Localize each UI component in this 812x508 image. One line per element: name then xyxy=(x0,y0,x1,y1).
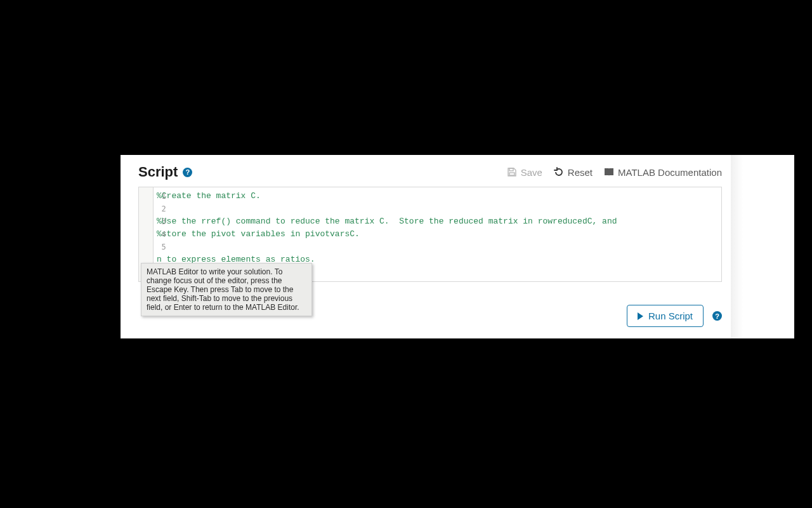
help-icon[interactable]: ? xyxy=(183,168,192,177)
panel-title: Script xyxy=(138,164,178,180)
save-icon xyxy=(507,167,517,177)
line-number: 1 xyxy=(157,190,171,203)
docs-link[interactable]: MATLAB Documentation xyxy=(604,167,722,178)
title-wrap: Script ? xyxy=(138,164,192,180)
book-icon xyxy=(604,167,614,177)
code-line[interactable]: %Create the matrix C. xyxy=(157,190,717,203)
code-line[interactable]: %Use the rref() command to reduce the ma… xyxy=(157,215,717,228)
run-bar: Run Script ? xyxy=(627,305,722,327)
play-icon xyxy=(638,312,643,320)
line-number: 5 xyxy=(157,241,171,253)
code-line[interactable]: %store the pivot variables in pivotvarsC… xyxy=(157,228,717,241)
run-script-button[interactable]: Run Script xyxy=(627,305,704,327)
line-number: 3 xyxy=(157,215,171,228)
reset-label: Reset xyxy=(568,167,593,178)
svg-rect-0 xyxy=(509,168,513,171)
reset-button[interactable]: Reset xyxy=(554,167,593,178)
docs-label: MATLAB Documentation xyxy=(618,167,722,178)
reset-icon xyxy=(554,167,564,177)
toolbar: Save Reset MATLAB xyxy=(507,167,722,178)
svg-rect-1 xyxy=(509,173,514,175)
run-label: Run Script xyxy=(648,311,693,321)
line-number: 4 xyxy=(157,228,171,241)
save-label: Save xyxy=(521,167,542,178)
panel-header: Script ? Save xyxy=(121,155,731,187)
line-number: 2 xyxy=(157,203,171,215)
editor-tooltip: MATLAB Editor to write your solution. To… xyxy=(141,263,312,316)
tooltip-text: MATLAB Editor to write your solution. To… xyxy=(147,267,299,312)
help-icon[interactable]: ? xyxy=(712,311,722,321)
save-button[interactable]: Save xyxy=(507,167,542,178)
